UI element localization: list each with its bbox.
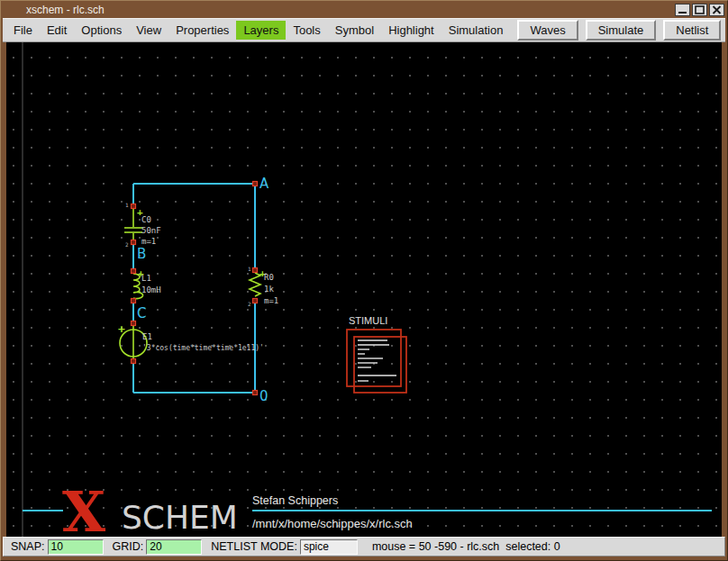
junction-bottom-right (253, 391, 258, 395)
simulate-button[interactable]: Simulate (586, 20, 657, 41)
window-title: xschem - rlc.sch (26, 4, 105, 16)
maximize-button[interactable] (692, 4, 707, 16)
menu-layers[interactable]: Layers (236, 21, 286, 40)
minimize-button[interactable] (675, 4, 690, 16)
waves-button[interactable]: Waves (517, 20, 578, 41)
author-text: Stefan Schippers (252, 494, 338, 507)
cap-pinno-2: 2 (125, 241, 129, 248)
menu-highlight[interactable]: Highlight (381, 21, 441, 40)
stimuli-label[interactable]: STIMULI (349, 315, 387, 326)
node-label-gnd[interactable]: 0 (259, 388, 268, 404)
netlist-button[interactable]: Netlist (663, 20, 721, 41)
cap-pin-1[interactable] (132, 204, 136, 209)
grid-input[interactable] (146, 539, 202, 555)
statusbar: SNAP: GRID: NETLIST MODE: mouse = 50 -59… (3, 537, 725, 556)
menu-edit[interactable]: Edit (40, 21, 74, 40)
res-mult-label[interactable]: m=1 (264, 296, 278, 305)
res-name-label[interactable]: R0 (264, 273, 274, 282)
res-pinno-1: 1 (248, 266, 251, 272)
close-button[interactable] (709, 4, 724, 16)
netlist-mode-input[interactable] (300, 539, 358, 555)
title-block: X SCHEM Stefan Schippers /mnt/x/home/sch… (23, 479, 712, 537)
inductor-symbol[interactable]: + L1 10mH (132, 267, 161, 303)
ind-name-label[interactable]: L1 (141, 274, 151, 283)
node-label-c[interactable]: C (137, 305, 146, 321)
filepath-text: /mnt/x/home/schippes/x/rlc.sch (252, 517, 413, 530)
junction-top-right (253, 182, 258, 186)
ind-value-label[interactable]: 10mH (141, 285, 161, 294)
xschem-window: xschem - rlc.sch File Edit Options View … (0, 0, 728, 561)
schematic-canvas[interactable]: + 1 2 C0 50nF m=1 + L1 10mH (6, 42, 722, 537)
grid-label: GRID: (113, 540, 144, 553)
node-label-b[interactable]: B (137, 246, 146, 262)
menu-tools[interactable]: Tools (286, 21, 327, 40)
menu-view[interactable]: View (129, 21, 168, 40)
snap-label: SNAP: (11, 540, 45, 553)
ind-pin-2[interactable] (132, 299, 136, 303)
menu-options[interactable]: Options (74, 21, 129, 40)
menu-file[interactable]: File (6, 21, 40, 40)
menu-properties[interactable]: Properties (168, 21, 236, 40)
res-value-label[interactable]: 1k (264, 285, 274, 294)
netlist-mode-label: NETLIST MODE: (211, 540, 297, 553)
src-value-label[interactable]: '3*cos(time*time*time*1e11)' (142, 344, 264, 352)
ind-pin-1[interactable] (132, 269, 136, 274)
source-symbol[interactable]: + E1 '3*cos(time*time*time*1e11)' (118, 321, 264, 364)
cap-name-label[interactable]: C0 (141, 215, 151, 224)
mouse-status-text: mouse = 50 -590 - rlc.sch selected: 0 (372, 540, 560, 553)
menu-symbol[interactable]: Symbol (328, 21, 381, 40)
res-pinno-2: 2 (248, 301, 251, 307)
cap-pinno-1: 1 (125, 202, 129, 208)
resistor-symbol[interactable]: + 1 2 R0 1k m=1 (248, 266, 278, 307)
close-icon (712, 5, 722, 14)
src-pin-2[interactable] (132, 359, 136, 364)
cap-mult-label[interactable]: m=1 (141, 237, 156, 246)
stimuli-text-lines (358, 340, 396, 381)
src-pin-1[interactable] (132, 321, 136, 326)
menubar: File Edit Options View Properties Layers… (3, 18, 725, 42)
maximize-icon (695, 5, 705, 14)
xschem-logo-text: SCHEM (122, 499, 238, 536)
xschem-logo-x-icon: X (62, 479, 106, 537)
res-pin-2[interactable] (253, 299, 258, 303)
src-plus-mark: + (118, 322, 125, 336)
src-name-label[interactable]: E1 (142, 332, 152, 341)
cap-pin-2[interactable] (132, 240, 136, 245)
window-controls (675, 4, 727, 16)
snap-input[interactable] (48, 539, 104, 555)
node-label-a[interactable]: A (259, 176, 269, 192)
capacitor-symbol[interactable]: + 1 2 C0 50nF m=1 (124, 202, 161, 248)
minimize-icon (678, 5, 687, 14)
res-pin-1[interactable] (253, 268, 258, 273)
titlebar[interactable]: xschem - rlc.sch (1, 1, 727, 18)
stimuli-element[interactable]: STIMULI (347, 315, 406, 393)
cap-value-label[interactable]: 50nF (141, 226, 161, 235)
menu-simulation[interactable]: Simulation (441, 21, 511, 40)
